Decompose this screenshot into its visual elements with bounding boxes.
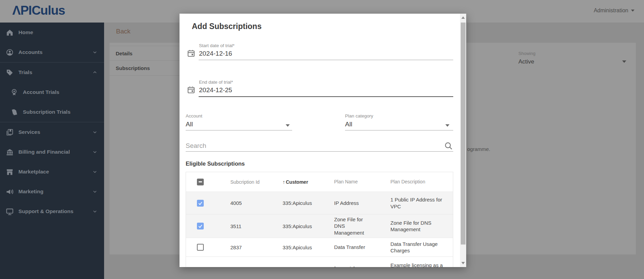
column-header-subscription-id[interactable]: Subcription Id <box>215 179 267 185</box>
administration-menu-label: Administration <box>594 8 628 14</box>
scrollbar-thumb[interactable] <box>461 23 466 245</box>
obscured-background-text: ogramme. <box>467 146 490 152</box>
indeterminate-icon <box>199 181 202 182</box>
cell-plan-name: Data Transfer <box>318 244 374 251</box>
table-row[interactable]: 4005 335:Apiculus IP Address 1 Public IP… <box>186 192 453 214</box>
table-row[interactable]: 3511 335:Apiculus Zone File for DNS Mana… <box>186 214 453 238</box>
sidebar-item-label: Accounts <box>18 49 43 55</box>
sidebar-item-support-operations[interactable]: Support & Operations <box>0 201 104 221</box>
account-filter-select[interactable]: All <box>186 121 193 128</box>
cell-plan-description: 1 Public IP Address for VPC <box>374 196 453 210</box>
apiculus-logo: ΛPICulus <box>12 3 65 18</box>
scroll-down-arrow-icon[interactable] <box>461 262 465 264</box>
eligible-subscriptions-title: Eligible Subscriptions <box>186 161 245 167</box>
column-header-customer[interactable]: ↑Customer <box>267 179 318 185</box>
sim-card-icon <box>10 108 18 116</box>
sidebar-item-billing[interactable]: Billing and Financial <box>0 142 104 162</box>
sidebar-item-marketing[interactable]: Marketing <box>0 182 104 201</box>
storefront-icon <box>6 168 14 176</box>
sidebar-item-label: Account Trials <box>23 89 59 95</box>
row-checkbox-checked[interactable] <box>197 223 204 229</box>
column-header-plan-name[interactable]: Plan Name <box>318 179 374 185</box>
cell-subscription-id: 4005 <box>215 200 267 206</box>
award-icon <box>10 88 18 96</box>
search-input[interactable]: Search <box>186 142 206 150</box>
table-header-row: Subcription Id ↑Customer Plan Name Plan … <box>186 172 453 192</box>
cell-customer: 335:Apiculus <box>267 200 318 206</box>
person-icon <box>6 48 14 56</box>
chevron-down-icon <box>631 10 634 12</box>
row-checkbox-checked[interactable] <box>197 200 204 207</box>
search-icon[interactable] <box>444 142 453 150</box>
cell-plan-name: [Generic] <box>318 265 374 267</box>
select-all-checkbox[interactable] <box>197 179 204 185</box>
scroll-up-arrow-icon[interactable] <box>461 16 465 19</box>
megaphone-icon <box>6 188 14 196</box>
row-checkbox-unchecked[interactable] <box>197 244 204 251</box>
start-date-underline <box>199 60 453 60</box>
sidebar-item-label: Marketplace <box>18 169 49 175</box>
calendar-icon[interactable] <box>187 49 195 57</box>
sort-ascending-icon: ↑ <box>283 179 285 185</box>
library-icon <box>6 128 14 136</box>
cell-customer: 335:Apiculus <box>267 223 318 229</box>
back-button[interactable]: Back <box>116 28 130 35</box>
check-icon <box>198 201 203 206</box>
sidebar-item-marketplace[interactable]: Marketplace <box>0 162 104 182</box>
sidebar-item-label: Home <box>18 29 33 36</box>
sidebar-item-subscription-trials[interactable]: Subscription Trials <box>0 102 104 122</box>
monitor-icon <box>6 208 14 215</box>
cell-subscription-id: 3511 <box>215 223 267 229</box>
bank-icon <box>6 148 14 156</box>
table-row[interactable]: 2837 335:Apiculus Data Transfer Data Tra… <box>186 238 453 256</box>
chevron-up-icon <box>92 70 97 75</box>
add-subscriptions-modal: Add Subscriptions Start date of trial* 2… <box>180 14 466 267</box>
end-date-underline <box>199 96 453 97</box>
search-underline <box>186 151 453 152</box>
administration-menu[interactable]: Administration <box>594 8 634 14</box>
showing-label: Showing <box>518 51 628 56</box>
account-filter-label: Account <box>186 113 202 118</box>
sidebar-item-account-trials[interactable]: Account Trials <box>0 82 104 102</box>
modal-scrollbar[interactable] <box>460 14 466 267</box>
eligible-subscriptions-table: Subcription Id ↑Customer Plan Name Plan … <box>186 172 453 267</box>
cell-plan-name: Zone File for DNS Management <box>318 216 374 236</box>
sidebar-item-home[interactable]: Home <box>0 23 104 42</box>
cell-plan-description: Zone File for DNS Management <box>374 220 453 233</box>
cell-plan-description: Data Transfer Usage Charges <box>374 241 453 254</box>
sidebar-nav: Home Accounts Trials Account Trials Subs… <box>0 23 104 279</box>
chevron-down-icon <box>92 209 97 214</box>
cell-subscription-id: 2837 <box>215 245 267 250</box>
sidebar-item-trials[interactable]: Trials <box>0 62 104 82</box>
sidebar-item-label: Subscription Trials <box>23 109 71 115</box>
home-icon <box>6 29 14 37</box>
start-date-label: Start date of trial* <box>199 43 234 48</box>
chevron-down-icon <box>622 60 626 63</box>
cell-plan-description: Example licensing as a service; used for <box>374 262 453 267</box>
sidebar-item-accounts[interactable]: Accounts <box>0 42 104 62</box>
calendar-icon[interactable] <box>187 86 195 94</box>
check-icon <box>198 224 203 228</box>
plan-category-select[interactable]: All <box>345 121 352 128</box>
sidebar-item-services[interactable]: Services <box>0 122 104 142</box>
plan-category-label: Plan category <box>345 113 373 118</box>
sidebar-item-label: Trials <box>18 69 32 75</box>
chevron-down-icon <box>445 124 449 127</box>
column-header-plan-description[interactable]: Plan Description <box>374 179 453 185</box>
sidebar-item-label: Marketing <box>18 189 43 195</box>
showing-filter[interactable]: Showing Active <box>518 51 628 65</box>
chevron-down-icon <box>92 50 97 55</box>
end-date-input[interactable]: 2024-12-25 <box>199 86 232 94</box>
sidebar-item-label: Services <box>18 129 40 135</box>
chevron-down-icon <box>286 124 290 127</box>
plan-category-underline <box>345 130 453 130</box>
showing-value: Active <box>518 58 628 65</box>
start-date-input[interactable]: 2024-12-16 <box>199 50 232 57</box>
chevron-down-icon <box>92 189 97 194</box>
end-date-label: End date of trial* <box>199 80 233 85</box>
chevron-down-icon <box>92 150 97 154</box>
chevron-down-icon <box>92 130 97 135</box>
cell-plan-name: IP Address <box>318 200 374 207</box>
table-row[interactable]: [Generic] Example licensing as a service… <box>186 256 453 267</box>
tag-icon <box>6 69 14 76</box>
